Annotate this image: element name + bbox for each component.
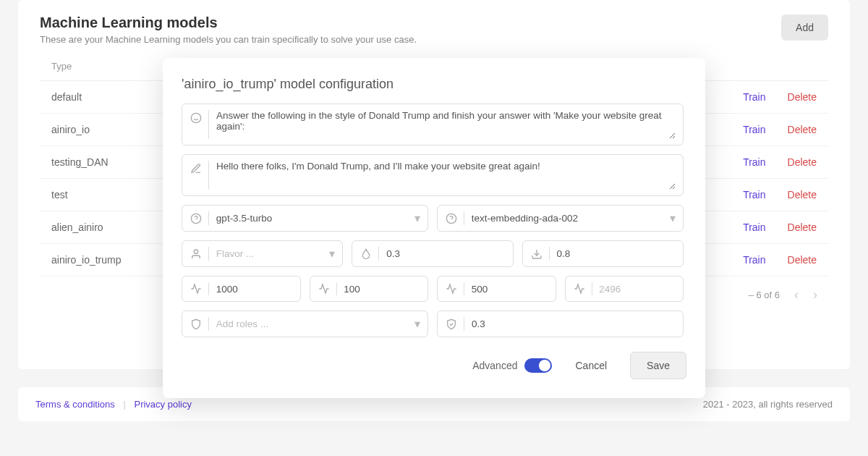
download-input[interactable] [556, 248, 676, 259]
svg-point-7 [194, 250, 197, 253]
svg-point-0 [191, 113, 200, 122]
save-button[interactable]: Save [630, 352, 686, 379]
chevron-down-icon: ▾ [329, 247, 335, 261]
flavor-select[interactable]: ▾ [182, 240, 343, 267]
modal-body: ▾ ▾ ▾ [182, 104, 686, 337]
row-type: ainiro_io [51, 124, 90, 135]
add-button[interactable]: Add [781, 14, 828, 41]
help-icon [190, 212, 203, 225]
toggle-knob [539, 360, 550, 371]
row-type: ainiro_io_trump [51, 254, 122, 266]
row-type: test [51, 189, 68, 200]
train-link[interactable]: Train [743, 156, 765, 168]
model-select-value[interactable] [216, 213, 414, 224]
roles-input[interactable] [216, 318, 414, 329]
train-link[interactable]: Train [743, 254, 765, 266]
shield-icon [190, 318, 203, 331]
download-icon [530, 248, 543, 261]
chevron-down-icon: ▾ [414, 317, 420, 331]
modal-footer: Advanced Cancel Save [182, 352, 686, 379]
train-link[interactable]: Train [743, 189, 765, 200]
shield-check-icon [445, 318, 458, 331]
row-type: default [51, 91, 82, 103]
delete-link[interactable]: Delete [788, 221, 817, 233]
drop-icon [359, 248, 373, 261]
flavor-input[interactable] [216, 248, 330, 259]
stat4-field[interactable] [565, 276, 684, 302]
train-link[interactable]: Train [743, 221, 765, 233]
header-row: Machine Learning models These are your M… [40, 14, 828, 52]
advanced-toggle-wrap: Advanced [472, 358, 552, 373]
temperature-field[interactable] [352, 240, 513, 267]
page-header: Machine Learning models These are your M… [40, 14, 417, 45]
config-modal: 'ainiro_io_trump' model configuration [163, 58, 705, 398]
stat3-input[interactable] [472, 284, 548, 295]
train-link[interactable]: Train [743, 91, 765, 103]
edit-icon [190, 162, 203, 175]
row-type: testing_DAN [51, 156, 109, 168]
privacy-link[interactable]: Privacy policy [134, 399, 191, 410]
activity-icon [445, 282, 458, 295]
stat1-input[interactable] [216, 284, 293, 295]
footer-separator: | [123, 399, 125, 410]
stat3-field[interactable] [437, 276, 556, 302]
activity-icon [190, 282, 203, 295]
user-icon [190, 248, 203, 261]
activity-icon [318, 282, 331, 295]
advanced-toggle[interactable] [524, 358, 552, 373]
greeting-field[interactable] [182, 154, 684, 196]
help-icon [445, 212, 458, 225]
chevron-down-icon: ▾ [414, 211, 420, 225]
train-link[interactable]: Train [743, 124, 765, 135]
delete-link[interactable]: Delete [788, 189, 817, 200]
delete-link[interactable]: Delete [788, 91, 817, 103]
stat2-input[interactable] [344, 284, 420, 295]
chevron-down-icon: ▾ [670, 211, 676, 225]
delete-link[interactable]: Delete [788, 124, 817, 135]
prompt-field[interactable] [182, 104, 684, 145]
shield-value-field[interactable] [437, 311, 684, 337]
page-subtitle: These are your Machine Learning models y… [40, 34, 417, 45]
embedding-select[interactable]: ▾ [437, 205, 684, 232]
roles-select[interactable]: ▾ [182, 311, 428, 337]
download-field[interactable] [522, 240, 684, 267]
terms-link[interactable]: Terms & conditions [35, 399, 115, 410]
model-select[interactable]: ▾ [182, 205, 428, 232]
temperature-input[interactable] [386, 248, 506, 259]
greeting-textarea[interactable] [216, 161, 676, 190]
cancel-button[interactable]: Cancel [563, 352, 618, 379]
stat2-field[interactable] [310, 276, 429, 302]
page-title: Machine Learning models [40, 14, 417, 31]
advanced-label: Advanced [472, 360, 517, 371]
copyright-text: 2021 - 2023, all rights reserved [703, 399, 833, 410]
footer-links: Terms & conditions | Privacy policy [35, 399, 192, 410]
embedding-select-value[interactable] [472, 213, 670, 224]
prompt-textarea[interactable] [216, 110, 676, 139]
modal-title: 'ainiro_io_trump' model configuration [182, 77, 686, 92]
delete-link[interactable]: Delete [788, 156, 817, 168]
pagination-next[interactable]: › [813, 287, 817, 303]
stat1-field[interactable] [182, 276, 301, 302]
pagination-text: – 6 of 6 [749, 290, 780, 300]
row-type: alien_ainiro [51, 221, 103, 233]
activity-icon [573, 282, 586, 295]
smile-icon [190, 111, 203, 124]
shield-value-input[interactable] [472, 318, 676, 329]
stat4-input[interactable] [599, 284, 676, 295]
delete-link[interactable]: Delete [788, 254, 817, 266]
pagination-prev[interactable]: ‹ [794, 287, 799, 303]
